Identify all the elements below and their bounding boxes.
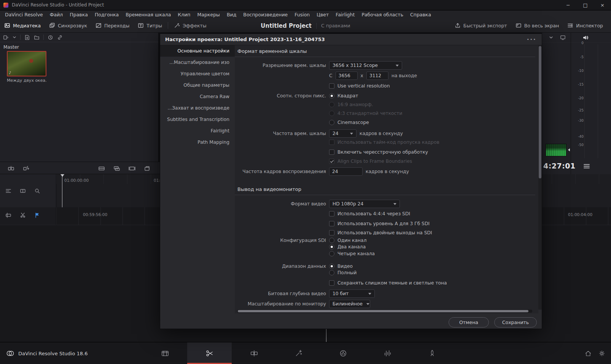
- menu-help[interactable]: Справка: [407, 11, 434, 19]
- menu-trim[interactable]: Подгонка: [91, 11, 122, 19]
- bit-depth-select[interactable]: 10 бит: [329, 289, 375, 298]
- sidebar-item-capture-playback[interactable]: ...Захват и воспроизведе: [160, 102, 235, 114]
- relink-media-button[interactable]: [57, 35, 63, 40]
- sidebar-item-subtitles[interactable]: Subtitles and Transcription: [160, 114, 235, 125]
- sdi-444-checkbox[interactable]: [329, 211, 334, 216]
- preserve-tones-checkbox[interactable]: [329, 280, 334, 286]
- pixel-aspect-square-radio[interactable]: [329, 93, 334, 99]
- dialog-overflow-icon[interactable]: •••: [527, 37, 542, 42]
- media-pool-toggle-button[interactable]: Медиатека: [0, 19, 45, 33]
- sdi-quad-radio[interactable]: [329, 251, 334, 256]
- snapshot-icon[interactable]: [144, 165, 151, 172]
- sdi-dual-radio[interactable]: [329, 244, 334, 250]
- monitor-scaling-select[interactable]: Билинейное: [329, 300, 370, 308]
- media-clip-card[interactable]: ♪ Между двух океа...: [7, 51, 48, 83]
- monitor-overlay-icon[interactable]: [560, 35, 566, 40]
- cancel-button[interactable]: Отмена: [449, 317, 489, 327]
- minimize-button[interactable]: −: [560, 0, 577, 10]
- custom-height-input[interactable]: [366, 72, 388, 80]
- import-folder-button[interactable]: [34, 35, 40, 40]
- sidebar-item-fairlight[interactable]: Fairlight: [160, 125, 235, 137]
- menu-fairlight[interactable]: Fairlight: [332, 11, 358, 19]
- close-button[interactable]: ×: [594, 0, 611, 10]
- audio-meter-preview[interactable]: [546, 144, 566, 156]
- menu-markers[interactable]: Маркеры: [194, 11, 223, 19]
- page-fusion-button[interactable]: [276, 342, 321, 364]
- viewer-options-chevron-icon[interactable]: [549, 35, 553, 40]
- gear-icon[interactable]: [598, 350, 606, 357]
- timeline-framerate-select[interactable]: 24: [329, 129, 356, 138]
- lower-ruler-timecode-left: 00:59:56:00: [83, 212, 107, 217]
- interlaced-checkbox[interactable]: [329, 149, 334, 155]
- custom-width-input[interactable]: [336, 72, 358, 80]
- sidebar-item-camera-raw[interactable]: Camera Raw: [160, 91, 235, 102]
- horizontal-scrollbar[interactable]: [237, 310, 532, 313]
- menu-clip[interactable]: Клип: [174, 11, 194, 19]
- clip-thumbnail[interactable]: ♪: [7, 51, 46, 76]
- use-vertical-resolution-checkbox[interactable]: [329, 83, 334, 89]
- pixel-aspect-cinemascope-radio[interactable]: [329, 120, 334, 125]
- dialog-vertical-scrollbar[interactable]: [538, 45, 542, 310]
- page-edit-button[interactable]: [232, 342, 276, 364]
- sdi-single-radio[interactable]: [329, 238, 334, 243]
- menu-davinci-resolve[interactable]: DaVinci Resolve: [2, 11, 46, 19]
- full-timeline-icon[interactable]: [129, 165, 135, 172]
- track-zoom-icon[interactable]: [34, 188, 40, 194]
- menu-file[interactable]: Файл: [46, 11, 67, 19]
- sidebar-item-path-mapping[interactable]: Path Mapping: [160, 137, 235, 148]
- flag-icon[interactable]: [34, 212, 40, 218]
- data-range-video-radio[interactable]: [329, 264, 334, 269]
- dual-timeline-icon[interactable]: [113, 165, 120, 172]
- speaker-icon[interactable]: [582, 35, 589, 40]
- viewer-menu-icon[interactable]: [584, 164, 590, 168]
- data-range-full-radio[interactable]: [329, 270, 334, 275]
- sidebar-item-general-options[interactable]: Общие параметры: [160, 79, 235, 91]
- effects-toggle-button[interactable]: Эффекты: [170, 19, 211, 33]
- page-media-button[interactable]: [143, 342, 187, 364]
- sidebar-item-image-scaling[interactable]: ...Масштабирование изо: [160, 57, 235, 68]
- menu-fusion[interactable]: Fusion: [291, 11, 313, 19]
- playback-framerate-input[interactable]: [329, 167, 363, 176]
- menu-timeline[interactable]: Временная шкала: [122, 11, 174, 19]
- append-clip-icon[interactable]: [23, 165, 30, 172]
- track-options-icon[interactable]: [5, 188, 11, 194]
- page-fairlight-button[interactable]: [365, 342, 410, 364]
- page-color-button[interactable]: [321, 342, 365, 364]
- page-deliver-button[interactable]: [410, 342, 454, 364]
- razor-icon[interactable]: [20, 212, 26, 218]
- menu-playback[interactable]: Воспроизведение: [240, 11, 291, 19]
- quick-export-button[interactable]: Быстрый экспорт: [450, 19, 511, 33]
- sidebar-item-color-management[interactable]: Управление цветом: [160, 68, 235, 79]
- timeline-view-option-icon[interactable]: [98, 165, 105, 172]
- row-playback-framerate: Частота кадров воспроизведения кадров в …: [235, 167, 532, 176]
- sdi-level-a-checkbox[interactable]: [329, 221, 334, 226]
- collapse-arrow-icon[interactable]: [568, 148, 570, 151]
- view-options-chevron-icon[interactable]: [13, 35, 16, 39]
- track-resize-icon[interactable]: [20, 188, 26, 194]
- upper-playhead[interactable]: [62, 174, 62, 207]
- import-media-button[interactable]: [24, 35, 30, 40]
- home-icon[interactable]: [584, 350, 592, 357]
- titles-toggle-button[interactable]: Титры: [134, 19, 166, 33]
- dialog-scrollbar-thumb[interactable]: [539, 46, 541, 178]
- sidebar-item-master-settings[interactable]: Основные настройки: [160, 45, 235, 57]
- menu-edit[interactable]: Правка: [66, 11, 91, 19]
- menu-workspace[interactable]: Рабочая область: [358, 11, 407, 19]
- video-format-select[interactable]: HD 1080p 24: [329, 200, 400, 208]
- timeline-resolution-select[interactable]: 3656 x 3112 Scope: [329, 61, 402, 70]
- sync-bin-toggle-button[interactable]: Синхрозвук: [45, 19, 91, 33]
- sync-clips-button[interactable]: [48, 35, 53, 40]
- transitions-toggle-button[interactable]: Переходы: [91, 19, 134, 33]
- clip-view-mode-button[interactable]: [3, 35, 9, 40]
- sdi-dual-outputs-checkbox[interactable]: [329, 230, 334, 235]
- fullscreen-button[interactable]: Во весь экран: [511, 19, 563, 33]
- trim-mode-icon[interactable]: [5, 212, 11, 218]
- menu-view[interactable]: Вид: [223, 11, 240, 19]
- maximize-button[interactable]: □: [577, 0, 594, 10]
- save-button[interactable]: Сохранить: [494, 317, 537, 327]
- smart-insert-icon[interactable]: [8, 165, 14, 172]
- page-cut-button[interactable]: [187, 342, 232, 364]
- horizontal-scrollbar-thumb[interactable]: [238, 310, 528, 312]
- menu-color[interactable]: Цвет: [313, 11, 332, 19]
- inspector-button[interactable]: Инспектор: [563, 19, 607, 33]
